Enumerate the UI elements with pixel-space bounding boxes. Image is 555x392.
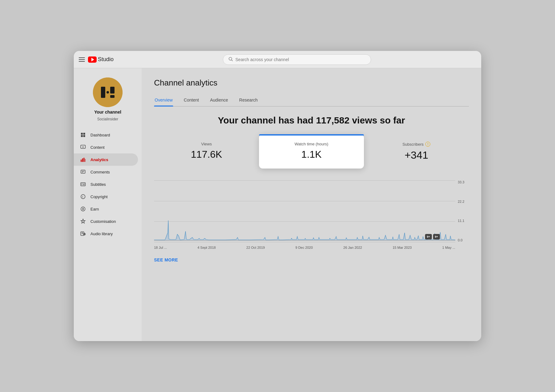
svg-rect-8 <box>83 133 85 135</box>
chart-area: 9+ 9+ <box>154 180 455 242</box>
analytics-icon <box>80 156 86 163</box>
sidebar-item-customisation[interactable]: Customisation <box>74 215 138 227</box>
x-label-3: 9 Dec 2020 <box>295 246 313 249</box>
chart-wrap: 9+ 9+ 33.3 22.2 11.1 0.0 <box>154 180 469 242</box>
sidebar-label-copyright: Copyright <box>90 194 108 199</box>
sidebar-label-dashboard: Dashboard <box>90 133 110 137</box>
channel-name: Your channel <box>94 110 121 115</box>
metric-views-value: 117.6K <box>191 149 222 160</box>
svg-rect-7 <box>81 133 83 135</box>
customisation-icon <box>80 218 86 224</box>
metrics-row: Views 117.6K Watch time (hours) 1.1K Sub… <box>154 134 469 169</box>
page-title: Channel analytics <box>154 78 469 88</box>
x-label-4: 26 Jan 2022 <box>343 246 362 249</box>
tab-overview[interactable]: Overview <box>154 95 173 106</box>
chart-container: 9+ 9+ 33.3 22.2 11.1 0.0 18 Jul ... <box>154 177 469 252</box>
y-label-bottom: 0.0 <box>458 238 468 242</box>
svg-text:c: c <box>82 195 83 198</box>
topbar: Studio <box>74 51 481 68</box>
sidebar-item-audio-library[interactable]: Audio library <box>74 227 138 240</box>
tooltip-dot-2: 9+ <box>433 234 440 240</box>
content-area: Channel analytics Overview Content Audie… <box>142 68 481 341</box>
sidebar-item-comments[interactable]: Comments <box>74 166 138 178</box>
audio-library-icon <box>80 231 86 237</box>
x-label-6: 1 May ... <box>442 246 455 249</box>
sidebar-item-dashboard[interactable]: Dashboard <box>74 129 138 141</box>
youtube-icon <box>88 56 97 63</box>
metric-subscribers-value: +341 <box>405 149 428 161</box>
grid-line-top <box>154 180 455 181</box>
sidebar-label-analytics: Analytics <box>90 157 108 162</box>
sidebar-item-content[interactable]: Content <box>74 141 138 153</box>
svg-rect-13 <box>81 160 82 162</box>
grid-line-mid1 <box>154 201 455 201</box>
see-more-button[interactable]: SEE MORE <box>154 257 178 262</box>
y-label-mid2: 11.1 <box>458 219 468 223</box>
grid-line-bottom <box>154 242 455 242</box>
svg-rect-20 <box>81 183 86 186</box>
search-icon <box>228 56 233 63</box>
y-label-mid1: 22.2 <box>458 200 468 203</box>
sidebar-item-earn[interactable]: Earn <box>74 203 138 215</box>
sidebar-label-customisation: Customisation <box>90 219 116 224</box>
sidebar-nav: Dashboard Content <box>74 129 142 240</box>
sidebar-item-copyright[interactable]: c Copyright <box>74 190 138 203</box>
sidebar-label-content: Content <box>90 145 105 150</box>
grid-line-mid2 <box>154 221 455 222</box>
svg-line-1 <box>232 60 233 61</box>
chart-x-labels: 18 Jul ... 4 Sept 2018 22 Oct 2019 9 Dec… <box>154 243 469 249</box>
y-label-top: 33.3 <box>458 180 468 184</box>
sidebar: Your channel Socialinsider Dashboard Con… <box>74 68 142 341</box>
search-input-wrap[interactable] <box>223 54 371 65</box>
svg-marker-12 <box>83 146 84 148</box>
topbar-left: Studio <box>79 56 114 63</box>
tooltip-dot-1: 9+ <box>425 234 432 240</box>
metric-subscribers-label: Subscribers ! <box>403 142 431 147</box>
tooltip-indicators: 9+ 9+ <box>425 234 440 240</box>
sidebar-label-audio-library: Audio library <box>90 231 113 236</box>
x-label-2: 22 Oct 2019 <box>246 246 265 249</box>
metric-watch-time-label: Watch time (hours) <box>294 142 328 146</box>
content-icon <box>80 144 86 150</box>
channel-handle: Socialinsider <box>97 117 118 121</box>
warn-icon: ! <box>425 142 430 147</box>
svg-point-0 <box>229 57 232 60</box>
sidebar-label-earn: Earn <box>90 207 99 211</box>
subtitles-icon <box>80 181 86 187</box>
metric-views-label: Views <box>201 142 212 146</box>
svg-rect-10 <box>83 135 85 137</box>
avatar <box>93 77 123 107</box>
channel-info: Your channel Socialinsider <box>74 74 142 129</box>
tab-research[interactable]: Research <box>239 95 258 106</box>
line-chart <box>154 180 455 242</box>
svg-rect-5 <box>110 87 115 94</box>
metric-watch-time[interactable]: Watch time (hours) 1.1K <box>259 134 364 169</box>
sidebar-label-comments: Comments <box>90 170 110 174</box>
svg-rect-15 <box>84 158 85 162</box>
metric-watch-time-value: 1.1K <box>301 149 322 160</box>
summary-headline: Your channel has had 117,582 views so fa… <box>154 115 469 126</box>
x-label-1: 4 Sept 2018 <box>198 246 216 249</box>
hamburger-icon[interactable] <box>79 57 85 62</box>
app-window: Studio <box>74 51 481 341</box>
metric-subscribers[interactable]: Subscribers ! +341 <box>364 134 469 169</box>
svg-rect-4 <box>106 91 109 94</box>
svg-rect-14 <box>82 158 83 162</box>
yt-logo: Studio <box>88 56 114 63</box>
search-input[interactable] <box>236 57 366 62</box>
svg-rect-6 <box>110 95 115 98</box>
search-bar <box>117 54 476 65</box>
sidebar-item-analytics[interactable]: Analytics <box>74 153 138 166</box>
sidebar-item-subtitles[interactable]: Subtitles <box>74 178 138 190</box>
chart-y-labels: 33.3 22.2 11.1 0.0 <box>457 180 469 242</box>
svg-rect-9 <box>81 135 83 137</box>
studio-label: Studio <box>98 56 114 63</box>
tab-content[interactable]: Content <box>183 95 199 106</box>
tab-audience[interactable]: Audience <box>209 95 228 106</box>
dashboard-icon <box>80 132 86 138</box>
x-label-5: 15 Mar 2023 <box>393 246 412 249</box>
earn-icon <box>80 206 86 212</box>
svg-rect-3 <box>101 87 105 98</box>
metric-views[interactable]: Views 117.6K <box>154 134 259 169</box>
svg-rect-17 <box>81 170 85 173</box>
